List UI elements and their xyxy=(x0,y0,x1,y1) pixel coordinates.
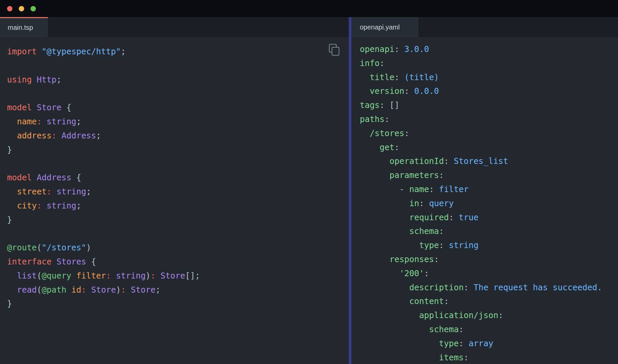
code-line: tags: [] xyxy=(360,98,618,112)
code-line: in: query xyxy=(360,196,618,210)
code-line: import "@typespec/http"; xyxy=(7,45,349,59)
code-line: @route("/stores") xyxy=(7,241,349,255)
code-line: openapi: 3.0.0 xyxy=(360,42,618,56)
code-line: required: true xyxy=(360,210,618,225)
code-line: paths: xyxy=(360,112,618,126)
code-line: schema: xyxy=(360,322,618,337)
code-line: model Address { xyxy=(7,171,349,185)
code-line: list(@query filter: string): Store[]; xyxy=(7,269,349,283)
code-line: model Store { xyxy=(7,101,349,115)
window: main.tsp import "@typespec/http";using H… xyxy=(0,0,618,364)
code-line xyxy=(7,59,349,73)
openapi-code-panel: openapi: 3.0.0info: title: (title) versi… xyxy=(351,37,618,364)
code-line: } xyxy=(7,297,349,311)
copy-button[interactable] xyxy=(329,44,340,57)
right-tab-bar: openapi.yaml xyxy=(351,17,618,37)
code-line xyxy=(7,157,349,171)
typespec-code-panel: import "@typespec/http";using Http;model… xyxy=(0,37,349,364)
code-line: responses: xyxy=(360,252,618,266)
code-line: info: xyxy=(360,56,618,70)
code-line: - name: filter xyxy=(360,182,618,196)
code-line: } xyxy=(7,143,349,157)
code-line: address: Address; xyxy=(7,129,349,143)
code-line: type: string xyxy=(360,238,618,252)
copy-icon xyxy=(329,44,340,57)
tab-main-tsp[interactable]: main.tsp xyxy=(0,17,48,37)
openapi-code: openapi: 3.0.0info: title: (title) versi… xyxy=(351,37,618,364)
code-line: items: xyxy=(360,351,618,364)
pane-divider xyxy=(349,17,351,364)
code-line xyxy=(7,227,349,241)
code-line: name: string; xyxy=(7,115,349,129)
code-line: operationId: Stores_list xyxy=(360,154,618,168)
code-line xyxy=(7,86,349,101)
zoom-button[interactable] xyxy=(31,6,36,11)
close-button[interactable] xyxy=(7,6,12,11)
code-line: version: 0.0.0 xyxy=(360,84,618,98)
code-line: application/json: xyxy=(360,308,618,322)
code-line: /stores: xyxy=(360,126,618,140)
tab-label: main.tsp xyxy=(8,24,33,32)
openapi-pane: openapi.yaml openapi: 3.0.0info: title: … xyxy=(351,17,618,364)
typespec-code: import "@typespec/http";using Http;model… xyxy=(0,37,349,311)
code-line: parameters: xyxy=(360,168,618,182)
editor-split: main.tsp import "@typespec/http";using H… xyxy=(0,17,618,364)
tab-label: openapi.yaml xyxy=(360,23,400,31)
code-line: schema: xyxy=(360,224,618,238)
code-line: type: array xyxy=(360,337,618,351)
code-line: street: string; xyxy=(7,185,349,199)
code-line: get: xyxy=(360,140,618,155)
typespec-pane: main.tsp import "@typespec/http";using H… xyxy=(0,17,349,364)
code-line: read(@path id: Store): Store; xyxy=(7,283,349,297)
minimize-button[interactable] xyxy=(19,6,24,11)
code-line: city: string; xyxy=(7,199,349,213)
code-line: using Http; xyxy=(7,73,349,87)
code-line: description: The request has succeeded. xyxy=(360,281,618,295)
code-line: title: (title) xyxy=(360,70,618,84)
tab-openapi-yaml[interactable]: openapi.yaml xyxy=(351,17,418,37)
code-line: content: xyxy=(360,294,618,308)
code-line: '200': xyxy=(360,266,618,281)
left-tab-bar: main.tsp xyxy=(0,17,349,37)
titlebar xyxy=(0,0,618,17)
code-line: interface Stores { xyxy=(7,255,349,269)
code-line: } xyxy=(7,213,349,227)
